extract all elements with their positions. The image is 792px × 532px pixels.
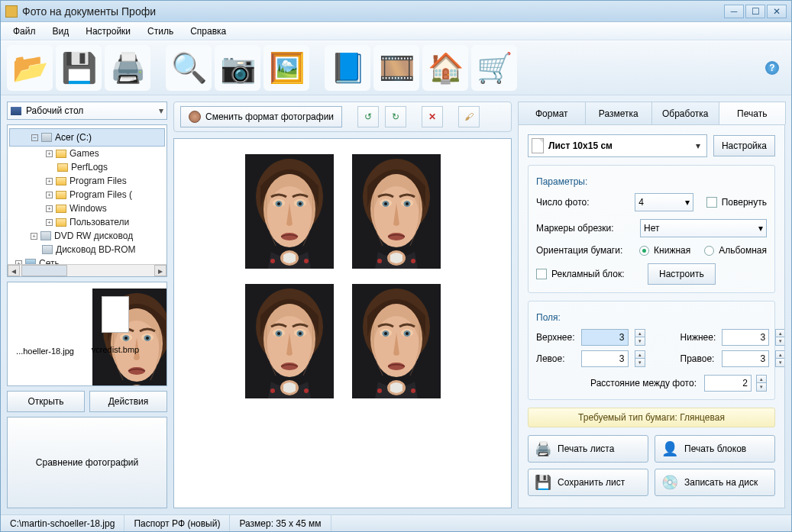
location-combo[interactable]: Рабочий стол ▾ (7, 102, 167, 120)
photo-cell[interactable] (352, 284, 441, 398)
configure-button[interactable]: Настроить (648, 263, 716, 285)
location-label: Рабочий стол (26, 105, 83, 116)
rotate-checkbox[interactable] (706, 197, 716, 208)
chevron-down-icon: ▾ (693, 140, 703, 151)
tab-layout[interactable]: Разметка (585, 102, 653, 124)
open-button[interactable]: Открыть (7, 391, 85, 412)
close-button[interactable]: ✕ (767, 5, 787, 18)
margin-left-label: Левое: (536, 353, 575, 364)
expander-icon[interactable]: + (31, 233, 37, 240)
film-reel-icon[interactable]: 🎞️ (373, 45, 419, 91)
print-icon[interactable]: 🖨️ (105, 45, 150, 91)
menu-file[interactable]: Файл (7, 24, 42, 38)
orientation-portrait-radio[interactable] (639, 246, 649, 256)
photo-cell[interactable] (245, 284, 334, 398)
expander-icon[interactable]: − (31, 134, 38, 141)
folder-tree[interactable]: −Acer (C:) +Games PerfLogs +Program File… (7, 124, 167, 277)
burn-disk-button[interactable]: 💿Записать на диск (655, 469, 775, 496)
scroll-thumb[interactable] (21, 265, 67, 276)
tab-processing[interactable]: Обработка (651, 102, 719, 124)
minimize-button[interactable]: ─ (724, 5, 744, 18)
menu-style[interactable]: Стиль (141, 24, 179, 38)
menu-help[interactable]: Справка (184, 24, 232, 38)
delete-icon[interactable]: ✕ (422, 106, 443, 127)
photo-cell[interactable] (352, 154, 441, 269)
brush-icon[interactable]: 🖌 (458, 106, 480, 127)
tab-format[interactable]: Формат (518, 102, 586, 124)
tree-item[interactable]: Пользователи (70, 215, 129, 229)
avatar-icon (189, 111, 201, 123)
app-window: Фото на документы Профи ─ ☐ ✕ Файл Вид Н… (0, 0, 792, 532)
spinner[interactable]: ▴▾ (775, 329, 785, 346)
scroll-left-icon[interactable]: ◂ (8, 265, 20, 276)
settings-button[interactable]: Настройка (713, 135, 775, 156)
help-book-icon[interactable]: 📘 (325, 45, 370, 91)
tree-item[interactable]: Program Files (70, 174, 127, 188)
menu-view[interactable]: Вид (47, 24, 76, 38)
thumb-label: ...hoeller-18.jpg (14, 347, 76, 356)
thumbnail[interactable]: ...hoeller-18.jpg (14, 289, 76, 356)
adblock-label: Рекламный блок: (551, 269, 643, 279)
margin-right-input[interactable] (722, 350, 769, 367)
person-search-icon[interactable]: 🔍 (166, 45, 212, 91)
expander-icon[interactable]: + (46, 150, 53, 157)
margin-bottom-input[interactable] (722, 329, 769, 346)
tab-print[interactable]: Печать (719, 102, 787, 124)
home-icon[interactable]: 🏠 (422, 45, 468, 91)
folder-icon (56, 205, 66, 213)
print-blocks-button[interactable]: 👤Печать блоков (655, 435, 775, 463)
menu-settings[interactable]: Настройки (79, 24, 137, 38)
tree-item[interactable]: Program Files ( (70, 188, 132, 202)
scroll-right-icon[interactable]: ▸ (154, 265, 166, 276)
spinner[interactable]: ▴▾ (756, 375, 767, 392)
app-icon (5, 5, 18, 18)
help-icon[interactable]: ? (765, 61, 779, 75)
cart-icon[interactable]: 🛒 (471, 45, 517, 91)
horizontal-scrollbar[interactable]: ◂ ▸ (8, 264, 166, 276)
orientation-portrait-label: Книжная (654, 245, 690, 256)
margin-left-input[interactable] (581, 350, 629, 367)
print-sheet-button[interactable]: 🖨️Печать листа (528, 435, 648, 463)
photo-grid (245, 154, 441, 398)
crop-select[interactable]: Нет▾ (640, 219, 767, 237)
tree-item[interactable]: PerfLogs (71, 160, 108, 174)
expander-icon[interactable]: + (46, 205, 53, 212)
spinner[interactable]: ▴▾ (775, 350, 785, 367)
compare-button[interactable]: Сравнение фотографий (7, 417, 167, 509)
camera-icon[interactable]: 📷 (215, 45, 260, 91)
orientation-landscape-radio[interactable] (704, 246, 714, 256)
photo-count-label: Число фото: (536, 197, 630, 208)
photo-count-select[interactable]: 4▾ (635, 193, 693, 211)
expander-icon[interactable]: + (46, 178, 53, 185)
tree-item[interactable]: Games (70, 147, 99, 160)
change-format-button[interactable]: Сменить формат фотографии (180, 106, 342, 127)
photo-cell[interactable] (245, 154, 334, 269)
maximize-button[interactable]: ☐ (745, 5, 765, 18)
tree-item[interactable]: Windows (70, 202, 107, 215)
adblock-checkbox[interactable] (536, 269, 547, 279)
margin-top-input[interactable] (581, 329, 629, 346)
rotate-left-icon[interactable]: ↺ (357, 106, 379, 127)
tree-item[interactable]: Acer (C:) (55, 131, 92, 144)
save-sheet-button[interactable]: 💾Сохранить лист (528, 469, 648, 496)
status-format: Паспорт РФ (новый) (124, 515, 230, 531)
tree-item[interactable]: Дисковод BD-ROM (56, 243, 136, 256)
orientation-label: Ориентация бумаги: (536, 245, 635, 256)
save-icon[interactable]: 💾 (56, 45, 102, 91)
spinner[interactable]: ▴▾ (635, 350, 645, 367)
main-toolbar: 📂 💾 🖨️ 🔍 📷 🖼️ 📘 🎞️ 🏠 🛒 ? (1, 40, 791, 95)
spacing-input[interactable] (704, 375, 752, 392)
expander-icon[interactable]: + (46, 219, 53, 226)
rotate-right-icon[interactable]: ↻ (385, 106, 406, 127)
actions-button[interactable]: Действия (89, 391, 167, 412)
dvd-icon (40, 231, 51, 240)
photo-search-icon[interactable]: 🖼️ (263, 45, 309, 91)
thumbnail[interactable]: vcredist.bmp (84, 289, 147, 354)
sheet-select[interactable]: Лист 10x15 см ▾ (528, 134, 707, 157)
spinner[interactable]: ▴▾ (635, 329, 645, 346)
open-folder-icon[interactable]: 📂 (7, 45, 53, 91)
crop-label: Маркеры обрезки: (536, 223, 635, 234)
expander-icon[interactable]: + (46, 192, 53, 198)
margin-right-label: Правое: (680, 353, 716, 364)
tree-item[interactable]: DVD RW дисковод (54, 229, 133, 243)
